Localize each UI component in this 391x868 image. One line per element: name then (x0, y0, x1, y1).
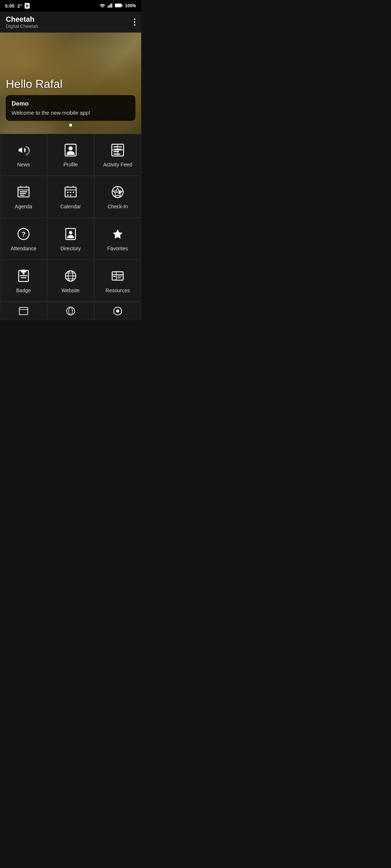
svg-rect-6 (122, 4, 123, 6)
svg-rect-18 (20, 191, 28, 192)
attendance-label: Attendance (11, 246, 37, 251)
svg-rect-53 (19, 307, 28, 315)
more3-icon (112, 305, 123, 317)
svg-text:?: ? (21, 230, 26, 238)
svg-rect-19 (20, 193, 26, 194)
grid-item-news[interactable]: News (0, 134, 47, 176)
svg-point-8 (68, 146, 72, 150)
svg-rect-0 (108, 6, 109, 8)
battery-icon (115, 3, 123, 9)
website-label: Website (62, 288, 80, 293)
grid-item-directory[interactable]: Directory (47, 218, 94, 260)
favorites-icon (110, 226, 126, 242)
svg-rect-38 (21, 270, 26, 273)
grid-item-badge[interactable]: Badge (0, 260, 47, 302)
more1-icon (18, 305, 29, 317)
calendar-icon (63, 184, 79, 200)
grid-item-activity-feed[interactable]: Activity Feed (94, 134, 141, 176)
badge-icon (16, 268, 31, 284)
status-time: 5:05 (5, 3, 14, 9)
svg-point-27 (67, 192, 68, 193)
grid-item-profile[interactable]: Profile (47, 134, 94, 176)
grid-item-check-in[interactable]: Check-In (94, 176, 141, 218)
hero-dot (69, 124, 72, 127)
svg-point-58 (116, 310, 119, 313)
battery-percent: 100% (125, 3, 136, 8)
svg-rect-51 (117, 276, 122, 276)
svg-rect-3 (112, 3, 113, 8)
svg-rect-5 (115, 4, 121, 7)
svg-rect-1 (109, 5, 110, 8)
news-label: News (17, 162, 30, 167)
hero-card: Demo Welcome to the new mobile app! (6, 95, 135, 121)
check-in-label: Check-In (108, 204, 128, 209)
grid-item-attendance[interactable]: ? Attendance (0, 218, 47, 260)
resources-label: Resources (106, 288, 130, 293)
grid-item-calendar[interactable]: Calendar (47, 176, 94, 218)
calendar-label: Calendar (60, 204, 81, 209)
news-icon (16, 142, 31, 158)
profile-label: Profile (63, 162, 78, 167)
resources-icon (110, 268, 126, 284)
check-in-icon (110, 184, 126, 200)
grid-item-more-3[interactable] (94, 302, 141, 320)
svg-rect-2 (110, 4, 111, 8)
grid-partial-row (0, 302, 141, 320)
profile-icon (63, 142, 79, 158)
app-title: Cheetah (6, 15, 38, 24)
agenda-label: Agenda (15, 204, 32, 209)
activity-feed-icon (110, 142, 126, 158)
hero-indicator (6, 121, 135, 128)
hero-banner: Hello Rafal Demo Welcome to the new mobi… (0, 33, 141, 134)
svg-rect-13 (114, 154, 121, 155)
favorites-label: Favorites (107, 246, 128, 251)
website-icon (63, 268, 79, 284)
top-bar: Cheetah Digital Cheetah (0, 12, 141, 33)
svg-point-55 (67, 307, 75, 315)
svg-rect-52 (117, 277, 121, 278)
svg-rect-40 (21, 277, 26, 278)
agenda-icon (16, 184, 31, 200)
hero-greeting: Hello Rafal (6, 77, 135, 91)
svg-point-41 (22, 272, 25, 275)
svg-point-30 (67, 195, 68, 196)
svg-point-31 (70, 195, 71, 196)
svg-point-29 (73, 192, 74, 193)
svg-point-56 (69, 307, 72, 315)
more2-icon (65, 305, 76, 317)
wifi-icon (100, 3, 105, 9)
attendance-icon: ? (16, 226, 31, 242)
activity-feed-label: Activity Feed (103, 162, 132, 167)
directory-icon (63, 226, 79, 242)
grid-item-agenda[interactable]: Agenda (0, 176, 47, 218)
grid-item-more-1[interactable] (0, 302, 47, 320)
grid-item-favorites[interactable]: Favorites (94, 218, 141, 260)
svg-point-36 (69, 231, 72, 234)
app-subtitle: Digital Cheetah (6, 24, 38, 29)
signal-icon (108, 3, 113, 9)
hero-card-body: Welcome to the new mobile app! (12, 110, 130, 116)
directory-label: Directory (60, 246, 81, 251)
svg-rect-20 (20, 195, 25, 196)
grid-item-website[interactable]: Website (47, 260, 94, 302)
grid-item-resources[interactable]: Resources (94, 260, 141, 302)
status-temp: 2° (17, 3, 22, 9)
svg-rect-39 (20, 275, 28, 276)
svg-rect-50 (113, 276, 115, 277)
grid-item-more-2[interactable] (47, 302, 94, 320)
svg-rect-12 (114, 151, 119, 152)
more-options-button[interactable] (134, 18, 135, 26)
hero-card-title: Demo (12, 100, 130, 107)
svg-point-28 (70, 192, 71, 193)
menu-grid: News Profile Activity Fee (0, 134, 141, 302)
status-bar: 5:05 2° b 100% (0, 0, 141, 12)
badge-label: Badge (16, 288, 31, 293)
brave-icon: b (25, 3, 29, 9)
